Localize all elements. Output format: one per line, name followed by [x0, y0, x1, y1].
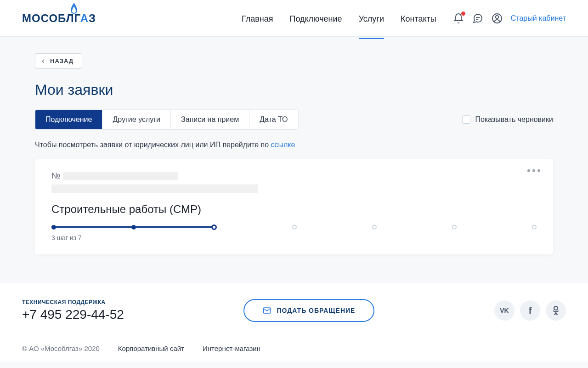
logo[interactable]: МОСОБЛГАЗ	[22, 12, 96, 25]
nav-contacts[interactable]: Контакты	[401, 14, 436, 39]
submit-label: ПОДАТЬ ОБРАЩЕНИЕ	[277, 307, 355, 314]
tabs: Подключение Другие услуги Записи на прие…	[35, 109, 299, 130]
user-icon[interactable]	[492, 13, 503, 24]
vk-icon[interactable]: VK	[494, 300, 514, 321]
support-block: ТЕХНИЧЕСКАЯ ПОДДЕРЖКА +7 495 229-44-52	[22, 299, 124, 322]
step-counter: 3 шаг из 7	[51, 234, 537, 242]
card-title: Строительные работы (СМР)	[51, 203, 537, 216]
card-number: №	[51, 171, 537, 181]
tab-appointments[interactable]: Записи на прием	[171, 110, 249, 129]
step-3	[211, 224, 217, 230]
step-2	[131, 225, 136, 230]
chat-icon[interactable]	[472, 13, 483, 24]
footer-bottom: © АО «Мособлгаз» 2020 Корпоративный сайт…	[22, 336, 566, 352]
main-content: НАЗАД Мои заявки Подключение Другие услу…	[35, 37, 553, 282]
step-5	[372, 225, 377, 230]
tab-other-services[interactable]: Другие услуги	[102, 110, 171, 129]
social-links: VK f	[494, 300, 566, 321]
old-cabinet-link[interactable]: Старый кабинет	[511, 14, 566, 23]
nav-connection[interactable]: Подключение	[289, 14, 342, 39]
show-drafts-toggle[interactable]: Показывать черновики	[462, 115, 553, 124]
show-drafts-label: Показывать черновики	[475, 115, 553, 124]
flame-icon	[69, 3, 79, 17]
facebook-icon[interactable]: f	[520, 300, 540, 321]
bell-icon[interactable]	[453, 13, 464, 24]
logo-text: МОСОБЛГАЗ	[22, 12, 96, 25]
back-button[interactable]: НАЗАД	[35, 53, 82, 69]
tab-maintenance-date[interactable]: Дата ТО	[249, 110, 298, 129]
svg-point-5	[554, 306, 558, 310]
corporate-site-link[interactable]: Корпоративный сайт	[118, 345, 184, 352]
submit-request-button[interactable]: ПОДАТЬ ОБРАЩЕНИЕ	[243, 299, 374, 322]
step-1	[51, 225, 56, 230]
mail-icon	[263, 306, 271, 315]
nav-home[interactable]: Главная	[242, 14, 273, 39]
progress-bar	[51, 225, 537, 230]
svg-point-3	[496, 15, 498, 18]
application-card: № Строительные работы (СМР) 3 шаг из 7	[35, 159, 553, 254]
step-4	[292, 225, 297, 230]
tab-connection[interactable]: Подключение	[35, 110, 102, 129]
header-icons: Старый кабинет	[453, 13, 566, 24]
online-store-link[interactable]: Интернет-магазин	[203, 345, 260, 352]
notification-badge	[461, 12, 465, 16]
nav-services[interactable]: Услуги	[359, 14, 384, 39]
redacted-number	[63, 172, 178, 180]
back-label: НАЗАД	[50, 58, 74, 64]
chevron-left-icon	[40, 58, 46, 64]
page-title: Мои заявки	[35, 81, 553, 98]
header: МОСОБЛГАЗ Главная Подключение Услуги Кон…	[0, 0, 588, 37]
ok-icon[interactable]	[546, 300, 566, 321]
info-text: Чтобы посмотреть заявки от юридических л…	[35, 141, 553, 149]
copyright: © АО «Мособлгаз» 2020	[22, 345, 100, 352]
step-6	[452, 225, 457, 230]
redacted-address	[51, 184, 258, 193]
footer: ТЕХНИЧЕСКАЯ ПОДДЕРЖКА +7 495 229-44-52 П…	[0, 282, 588, 362]
step-7	[532, 225, 537, 230]
legal-entities-link[interactable]: ссылке	[271, 141, 295, 149]
support-phone[interactable]: +7 495 229-44-52	[22, 307, 124, 322]
tabs-row: Подключение Другие услуги Записи на прие…	[35, 109, 553, 130]
support-label: ТЕХНИЧЕСКАЯ ПОДДЕРЖКА	[22, 299, 124, 305]
more-icon[interactable]	[527, 169, 540, 172]
checkbox-icon[interactable]	[462, 115, 470, 124]
main-nav: Главная Подключение Услуги Контакты	[242, 6, 436, 31]
